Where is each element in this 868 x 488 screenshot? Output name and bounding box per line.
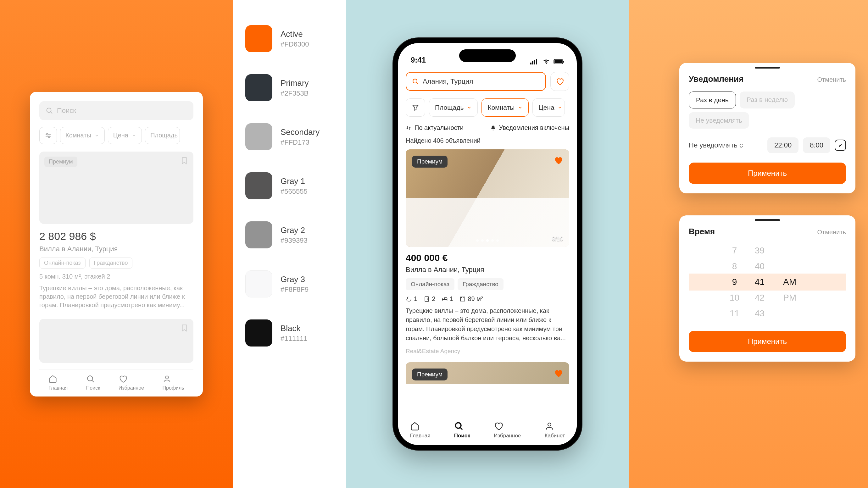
- svg-rect-12: [536, 59, 537, 64]
- filter-settings-button[interactable]: [39, 127, 57, 144]
- swatch: [245, 172, 272, 199]
- time-picker-sheet: Время Отменить 7 8 9 10 11 39 40 41 42 4…: [679, 216, 856, 362]
- search-icon: [454, 421, 464, 431]
- nav-label: Поиск: [454, 433, 470, 439]
- listing-card-2[interactable]: Премиум: [406, 362, 569, 384]
- location-search-input[interactable]: Алания, Турция: [406, 72, 546, 91]
- filter-rooms[interactable]: Комнаты: [482, 98, 529, 117]
- swatch: [245, 123, 272, 150]
- svg-rect-18: [425, 296, 429, 301]
- nav-favorites[interactable]: Избранное: [119, 375, 144, 391]
- grabber[interactable]: [755, 67, 780, 69]
- user-icon: [163, 375, 172, 383]
- color-name: Primary: [281, 78, 309, 88]
- nav-label: Профиль: [163, 385, 184, 391]
- picker-minute: 43: [755, 305, 765, 321]
- opt-never[interactable]: Не уведомлять: [689, 112, 749, 129]
- dnd-to-input[interactable]: 8:00: [803, 137, 830, 153]
- cancel-button[interactable]: Отменить: [817, 76, 846, 83]
- listing-image-placeholder-2: [39, 319, 193, 363]
- picker-hour: 8: [732, 258, 737, 274]
- filter-price[interactable]: Цена: [108, 127, 142, 144]
- image-counter: 6/10: [552, 236, 563, 242]
- filter-label: Комнаты: [488, 104, 515, 111]
- svg-line-7: [92, 380, 94, 382]
- picker-minute: 40: [755, 258, 765, 274]
- svg-point-23: [548, 423, 551, 426]
- opt-daily[interactable]: Раз в день: [689, 92, 736, 108]
- nav-search[interactable]: Поиск: [86, 375, 100, 391]
- heart-icon: [556, 77, 564, 86]
- search-placeholder: Поиск: [57, 107, 76, 115]
- battery-icon: [554, 59, 564, 64]
- bottom-nav: Главная Поиск Избранное Кабинет: [398, 415, 577, 445]
- search-icon: [412, 78, 419, 85]
- filter-rooms[interactable]: Комнаты: [60, 127, 105, 144]
- nav-cabinet[interactable]: Кабинет: [545, 421, 565, 439]
- premium-badge: Премиум: [412, 368, 447, 381]
- filter-settings-button[interactable]: [406, 98, 425, 117]
- filter-label: Комнаты: [65, 132, 91, 139]
- color-name: Secondary: [281, 127, 319, 137]
- nav-favorites[interactable]: Избранное: [494, 421, 521, 439]
- chevron-down-icon: [131, 133, 136, 138]
- sheet-title: Уведомления: [689, 74, 743, 84]
- dynamic-island: [459, 50, 516, 62]
- premium-badge: Премиум: [412, 156, 447, 168]
- sort-button[interactable]: По актуальности: [406, 124, 464, 131]
- heart-filled-icon: [554, 156, 563, 165]
- time-picker[interactable]: 7 8 9 10 11 39 40 41 42 43 AM PM: [689, 243, 846, 321]
- bath-icon: [406, 296, 412, 302]
- filter-area[interactable]: Площадь: [145, 127, 180, 144]
- apply-button[interactable]: Применить: [689, 163, 846, 184]
- nav-label: Поиск: [86, 385, 100, 391]
- color-name: Gray 1: [281, 176, 308, 186]
- listing-card[interactable]: Премиум 6/10 400 000 € Вилла в Алании, Т…: [406, 149, 569, 355]
- svg-point-8: [165, 376, 168, 379]
- area-icon: [460, 296, 466, 302]
- search-icon: [45, 107, 53, 115]
- color-name: Gray 3: [281, 274, 309, 284]
- signal-icon: [530, 59, 539, 64]
- filter-area[interactable]: Площадь: [429, 98, 478, 117]
- dnd-checkbox[interactable]: [835, 140, 846, 151]
- sliders-icon: [44, 132, 52, 139]
- listing-image: Премиум: [406, 362, 569, 384]
- bookmark-icon[interactable]: [180, 324, 188, 332]
- apply-button[interactable]: Применить: [689, 331, 846, 352]
- filter-price[interactable]: Цена: [532, 98, 565, 117]
- color-hex: #2F353B: [281, 89, 309, 97]
- cancel-button[interactable]: Отменить: [817, 229, 846, 236]
- favorites-button[interactable]: [550, 72, 569, 91]
- notifications-toggle[interactable]: Уведомления включены: [490, 124, 569, 131]
- nav-home[interactable]: Главная: [49, 375, 68, 391]
- swatch: [245, 74, 272, 101]
- filter-label: Площадь: [435, 104, 464, 111]
- search-input[interactable]: Поиск: [39, 101, 193, 120]
- grabber[interactable]: [755, 219, 780, 221]
- wifi-icon: [542, 59, 550, 64]
- svg-point-21: [455, 423, 461, 428]
- notif-label: Уведомления включены: [499, 124, 569, 131]
- bell-icon: [490, 125, 496, 131]
- dnd-from-input[interactable]: 22:00: [767, 137, 799, 153]
- listing-image-placeholder: Премиум: [39, 152, 193, 224]
- nav-home[interactable]: Главная: [410, 421, 431, 439]
- swatch-black: Black#111111: [245, 320, 333, 347]
- heart-icon: [119, 375, 127, 383]
- swatch-primary: Primary#2F353B: [245, 74, 333, 101]
- svg-point-6: [87, 376, 92, 381]
- nav-search[interactable]: Поиск: [454, 421, 470, 439]
- bookmark-icon[interactable]: [180, 157, 188, 165]
- nav-profile[interactable]: Профиль: [163, 375, 184, 391]
- picker-minute: 42: [755, 290, 765, 305]
- svg-line-22: [460, 427, 463, 429]
- favorite-button[interactable]: [554, 156, 563, 165]
- search-icon: [86, 375, 95, 383]
- opt-weekly[interactable]: Раз в неделю: [740, 92, 795, 108]
- filter-label: Цена: [113, 132, 128, 139]
- listing-image[interactable]: Премиум 6/10: [406, 149, 569, 247]
- favorite-button[interactable]: [554, 368, 563, 378]
- listing-price: 400 000 €: [406, 253, 569, 263]
- search-value: Алания, Турция: [423, 77, 473, 86]
